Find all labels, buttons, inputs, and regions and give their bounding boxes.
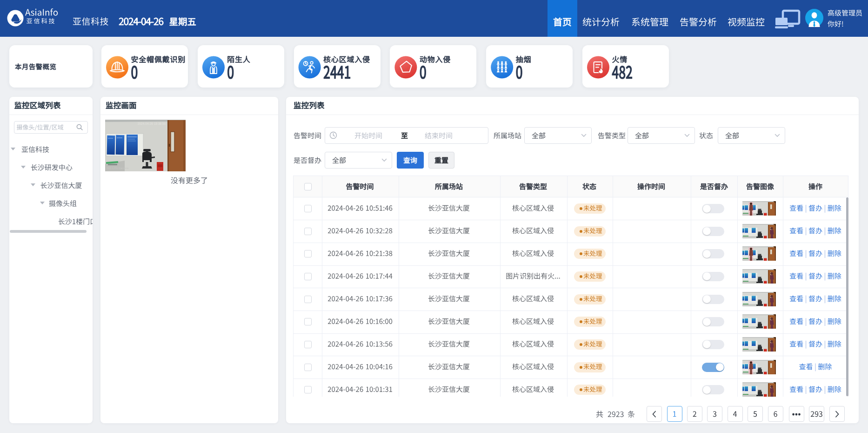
svg-text:NO.1-F1 Camera: NO.1-F1 Camera	[107, 167, 129, 169]
svg-text:2024-04-26 15:38:58: 2024-04-26 15:38:58	[138, 122, 166, 125]
